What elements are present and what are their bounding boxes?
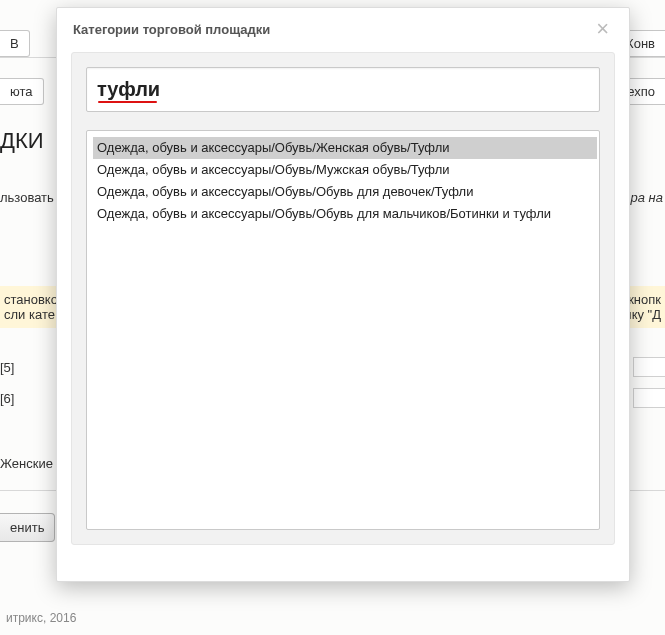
- result-item[interactable]: Одежда, обувь и аксессуары/Обувь/Обувь д…: [93, 181, 597, 203]
- bg-tab-fragment: юта: [0, 78, 44, 105]
- bg-heading-fragment: ДКИ: [0, 128, 44, 154]
- bg-hint-line: сли кате: [4, 307, 58, 322]
- result-item[interactable]: Одежда, обувь и аксессуары/Обувь/Мужская…: [93, 159, 597, 181]
- bg-footer-text: итрикс, 2016: [6, 611, 76, 625]
- bg-hint-line: становко: [4, 292, 58, 307]
- bg-button-fragment: енить: [0, 513, 55, 542]
- modal-header: Категории торговой площадки ×: [57, 8, 629, 52]
- bg-field-fragment: [633, 388, 665, 408]
- bg-text-fragment: льзовать: [0, 190, 54, 205]
- modal-body: Одежда, обувь и аксессуары/Обувь/Женская…: [57, 52, 629, 559]
- modal-title: Категории торговой площадки: [73, 22, 270, 37]
- category-search-input[interactable]: [86, 67, 600, 112]
- bg-tab-fragment: В: [0, 30, 30, 57]
- bg-field-fragment: [633, 357, 665, 377]
- results-list[interactable]: Одежда, обувь и аксессуары/Обувь/Женская…: [86, 130, 600, 530]
- bg-text-fragment: [5]: [0, 360, 14, 375]
- category-modal: Категории торговой площадки × Одежда, об…: [56, 7, 630, 582]
- result-item[interactable]: Одежда, обувь и аксессуары/Обувь/Женская…: [93, 137, 597, 159]
- bg-text-fragment: Женские [: [0, 456, 60, 471]
- modal-panel: Одежда, обувь и аксессуары/Обувь/Женская…: [71, 52, 615, 545]
- bg-hint-fragment: становко сли кате: [0, 286, 62, 328]
- close-button[interactable]: ×: [592, 20, 613, 38]
- result-item[interactable]: Одежда, обувь и аксессуары/Обувь/Обувь д…: [93, 203, 597, 225]
- bg-text-fragment: [6]: [0, 391, 14, 406]
